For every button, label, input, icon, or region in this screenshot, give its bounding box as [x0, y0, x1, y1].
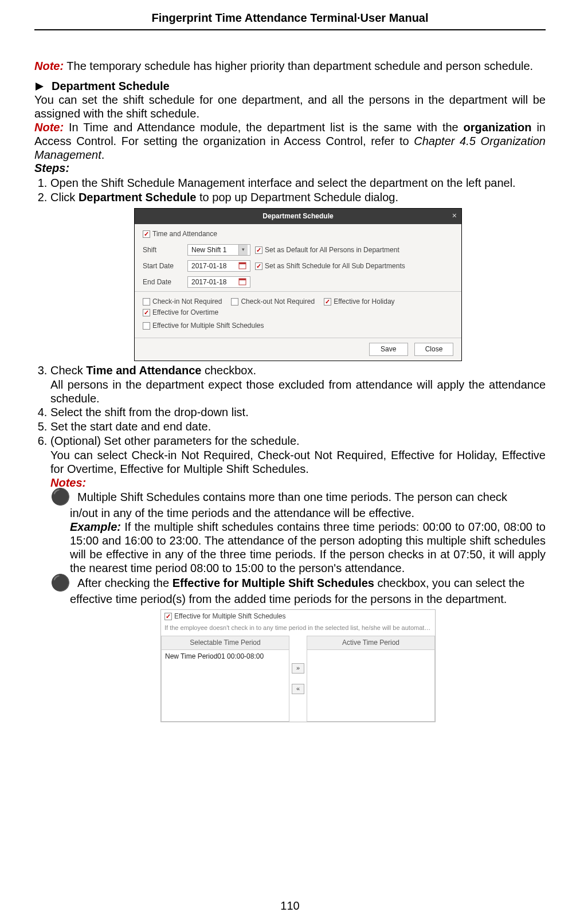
step-3: Check Time and Attendance checkbox. All …	[50, 363, 546, 405]
svg-rect-2	[239, 263, 246, 264]
selectable-header: Selectable Time Period	[162, 636, 289, 650]
intro-note-text: The temporary schedule has higher priori…	[64, 60, 533, 72]
page-number: 110	[0, 899, 580, 913]
step-6-text: (Optional) Set other parameters for the …	[50, 434, 300, 447]
step-3a: Check	[50, 364, 86, 377]
note-t1: In Time and Attendance module, the depar…	[64, 121, 464, 134]
opt-checkout-label: Check-out Not Required	[241, 297, 315, 306]
dialog-titlebar: Department Schedule ×	[135, 209, 461, 224]
svg-marker-0	[36, 83, 44, 91]
opt-overtime-label: Effective for Overtime	[152, 308, 218, 317]
opt-subdept-label: Set as Shift Schedule for All Sub Depart…	[265, 262, 405, 271]
active-column: Active Time Period	[307, 636, 435, 722]
close-button[interactable]: Close	[414, 343, 453, 356]
bullet-2b: Effective for Multiple Shift Schedules	[173, 577, 374, 589]
bullet-2-line2: effective time period(s) from the added …	[50, 592, 546, 606]
step-3b: Time and Attendance	[86, 364, 201, 377]
notes-label: Notes:	[50, 476, 546, 490]
step-5: Set the start date and end date.	[50, 420, 546, 434]
move-left-button[interactable]: «	[292, 684, 304, 694]
shift-label: Shift	[143, 246, 183, 255]
time-period-item[interactable]: New Time Period01 00:00-08:00	[165, 652, 285, 661]
set-subdept-checkbox[interactable]: ✓Set as Shift Schedule for All Sub Depar…	[255, 262, 405, 271]
intro-note: Note: The temporary schedule has higher …	[34, 59, 546, 73]
note-label: Note:	[34, 121, 64, 134]
example-text: If the multiple shift schedules contains…	[70, 520, 546, 574]
msp-effective-checkbox[interactable]: ✓Effective for Multiple Shift Schedules	[164, 612, 286, 621]
calendar-icon	[238, 277, 248, 287]
effective-holiday-checkbox[interactable]: ✓Effective for Holiday	[324, 297, 395, 306]
bullet-icon: ⚫	[50, 489, 70, 505]
note-t2: organization	[464, 121, 532, 134]
steps-list: Open the Shift Schedule Management inter…	[34, 176, 546, 722]
save-button[interactable]: Save	[369, 343, 408, 356]
page-header: Fingerprint Time Attendance Terminal·Use…	[34, 11, 546, 30]
close-icon[interactable]: ×	[452, 211, 457, 221]
checkout-not-required-checkbox[interactable]: Check-out Not Required	[231, 297, 315, 306]
section-title-text: Department Schedule	[52, 80, 170, 93]
step-3-detail: All persons in the department expect tho…	[50, 378, 546, 405]
step-3c: checkbox.	[201, 364, 256, 377]
bullet-1-line1: Multiple Shift Schedules contains more t…	[77, 490, 546, 504]
steps-label: Steps:	[34, 162, 546, 175]
msp-hint: If the employee doesn't check in to any …	[161, 623, 435, 636]
msp-top-label: Effective for Multiple Shift Schedules	[174, 612, 286, 621]
time-attendance-checkbox[interactable]: ✓Time and Attendance	[143, 230, 217, 238]
start-date-input[interactable]: 2017-01-18	[187, 260, 250, 272]
selectable-body[interactable]: New Time Period01 00:00-08:00	[162, 650, 289, 721]
step-6-detail: You can select Check-in Not Required, Ch…	[50, 448, 546, 476]
note-label: Note:	[34, 60, 64, 72]
bullet-icon: ⚫	[50, 575, 70, 591]
dialog-title-text: Department Schedule	[262, 212, 333, 220]
step-4: Select the shift from the drop-down list…	[50, 405, 546, 420]
start-date-label: Start Date	[143, 262, 183, 271]
opt-holiday-label: Effective for Holiday	[334, 297, 395, 306]
example-label: Example:	[70, 520, 121, 533]
note-t5: .	[101, 148, 105, 161]
section-para1: You can set the shift schedule for one d…	[34, 93, 546, 120]
section-heading: Department Schedule	[34, 80, 546, 93]
step-2a: Click	[50, 191, 79, 203]
selectable-column: Selectable Time Period New Time Period01…	[161, 636, 289, 722]
opt-checkin-label: Check-in Not Required	[152, 297, 222, 306]
effective-multi-checkbox[interactable]: Effective for Multiple Shift Schedules	[143, 322, 264, 330]
list-item: ⚫ After checking the Effective for Multi…	[50, 576, 546, 591]
svg-rect-4	[239, 279, 246, 280]
active-header: Active Time Period	[307, 636, 434, 650]
move-right-button[interactable]: »	[292, 663, 304, 674]
shift-value: New Shift 1	[190, 246, 226, 255]
list-item: ⚫ Multiple Shift Schedules contains more…	[50, 490, 546, 505]
ta-label: Time and Attendance	[152, 230, 217, 238]
shift-select[interactable]: New Shift 1 ▾	[187, 244, 250, 256]
checkin-not-required-checkbox[interactable]: Check-in Not Required	[143, 297, 222, 306]
calendar-icon	[238, 261, 248, 271]
arrow-icon	[34, 81, 45, 92]
multi-shift-panel: ✓Effective for Multiple Shift Schedules …	[160, 609, 436, 722]
step-2: Click Department Schedule to pop up Depa…	[50, 190, 546, 361]
chevron-down-icon: ▾	[238, 245, 248, 255]
bullet-2c: checkbox, you can select the	[374, 577, 524, 589]
active-body[interactable]	[307, 650, 434, 721]
effective-overtime-checkbox[interactable]: ✓Effective for Overtime	[143, 308, 218, 317]
start-date-value: 2017-01-18	[190, 262, 226, 271]
set-default-checkbox[interactable]: ✓Set as Default for All Persons in Depar…	[255, 246, 399, 255]
bullet-1-line2: in/out in any of the time periods and th…	[70, 506, 546, 520]
opt-multi-label: Effective for Multiple Shift Schedules	[152, 322, 264, 330]
step-6: (Optional) Set other parameters for the …	[50, 434, 546, 722]
bullet-2a: After checking the	[77, 577, 173, 589]
end-date-label: End Date	[143, 278, 183, 287]
step-2b: Department Schedule	[79, 191, 197, 203]
section-note: Note: In Time and Attendance module, the…	[34, 120, 546, 162]
department-schedule-dialog: Department Schedule × ✓Time and Attendan…	[134, 208, 462, 361]
opt-default-label: Set as Default for All Persons in Depart…	[265, 246, 399, 255]
end-date-input[interactable]: 2017-01-18	[187, 276, 250, 288]
step-2c: to pop up Department Schedule dialog.	[197, 191, 398, 203]
step-1: Open the Shift Schedule Management inter…	[50, 176, 546, 190]
end-date-value: 2017-01-18	[190, 278, 226, 287]
